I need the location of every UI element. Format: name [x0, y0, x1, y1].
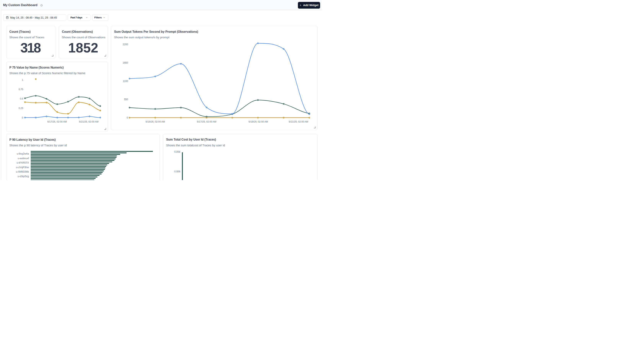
svg-text:u-8fVa9T3: u-8fVa9T3	[18, 179, 29, 180]
svg-text:5/19/25, 02:00 AM: 5/19/25, 02:00 AM	[248, 120, 268, 123]
svg-text:0.008: 0.008	[174, 151, 180, 153]
svg-text:5/15/25, 02:00 AM: 5/15/25, 02:00 AM	[146, 120, 165, 123]
svg-text:550: 550	[124, 98, 128, 101]
svg-text:u-8sq2w4a: u-8sq2w4a	[17, 152, 29, 155]
svg-text:5/17/25, 02:00 AM: 5/17/25, 02:00 AM	[47, 120, 66, 123]
svg-text:u-zVqP3hw: u-zVqP3hw	[16, 166, 29, 169]
svg-text:u-aobnuxf: u-aobnuxf	[18, 157, 29, 160]
svg-text:0.75: 0.75	[18, 88, 23, 91]
svg-text:0.5: 0.5	[20, 98, 23, 100]
svg-text:u-tFAR5TX: u-tFAR5TX	[16, 161, 29, 164]
svg-text:0.25: 0.25	[18, 107, 23, 110]
svg-text:0: 0	[22, 116, 23, 119]
svg-text:u-5M8D56k: u-5M8D56k	[16, 170, 29, 173]
svg-text:u-d3qr5cg: u-d3qr5cg	[18, 175, 29, 178]
svg-text:5/17/25, 02:00 AM: 5/17/25, 02:00 AM	[197, 120, 216, 123]
svg-text:2200: 2200	[123, 43, 128, 46]
svg-text:0: 0	[127, 116, 128, 119]
svg-text:1100: 1100	[123, 80, 128, 83]
svg-text:5/21/25, 02:00 AM: 5/21/25, 02:00 AM	[289, 120, 308, 123]
svg-text:1650: 1650	[123, 62, 128, 64]
svg-text:1: 1	[22, 79, 23, 81]
svg-text:0.006: 0.006	[174, 170, 180, 173]
svg-text:5/21/25, 02:00 AM: 5/21/25, 02:00 AM	[79, 120, 98, 123]
